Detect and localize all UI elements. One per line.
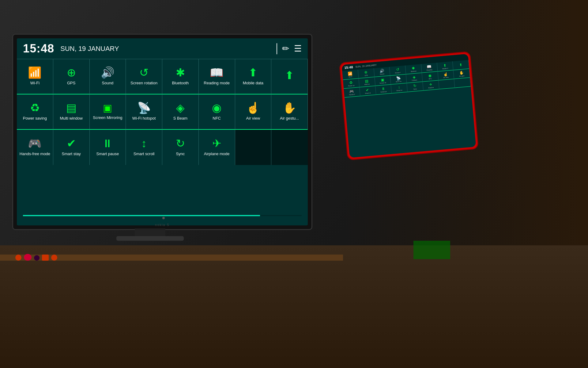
quick-settings-grid: 📶Wi-Fi⊕GPS🔊Sound↺Screen rotation✱Bluetoo… bbox=[17, 59, 308, 165]
qs-cell-sync[interactable]: ↻Sync bbox=[162, 130, 199, 165]
qs-cell-smart-scroll[interactable]: ↕Smart scroll bbox=[126, 130, 162, 165]
tv-date: SUN, 19 JANUARY bbox=[60, 45, 119, 53]
qs-cell-extra1[interactable]: ⬆ bbox=[271, 59, 308, 94]
wifi-hotspot-icon: 📡 bbox=[137, 102, 151, 113]
smart-scroll-label: Smart scroll bbox=[134, 151, 155, 157]
power-saving-label: Power saving bbox=[23, 116, 47, 121]
qs-cell-power-saving[interactable]: ♻Power saving bbox=[17, 94, 53, 130]
qs-cell-air-gesture[interactable]: ✋Air gestu... bbox=[271, 94, 308, 130]
wifi-label: Wi-Fi bbox=[30, 81, 40, 86]
wifi-hotspot-label: Wi-Fi hotspot bbox=[132, 116, 156, 121]
s-beam-icon: ◈ bbox=[176, 102, 185, 113]
power-saving-icon: ♻ bbox=[30, 102, 40, 113]
qs-cell-screen-rotation[interactable]: ↺Screen rotation bbox=[126, 59, 162, 94]
tv-time: 15:48 bbox=[23, 42, 54, 55]
sync-label: Sync bbox=[176, 151, 185, 157]
bluetooth-icon: ✱ bbox=[176, 67, 185, 78]
tv-monitor: 15:48 SUN, 19 JANUARY ✏ ☰ 📶Wi-Fi⊕GPS🔊Sou… bbox=[12, 34, 312, 230]
wifi-icon: 📶 bbox=[28, 67, 42, 78]
nfc-icon: ◉ bbox=[212, 102, 221, 113]
qs-cell-bluetooth[interactable]: ✱Bluetooth bbox=[162, 59, 199, 94]
qs-cell-s-beam[interactable]: ◈S Beam bbox=[162, 94, 199, 130]
qs-cell-empty2 bbox=[271, 130, 308, 165]
tv-header-right: ✏ ☰ bbox=[277, 43, 302, 54]
qs-cell-hands-free[interactable]: 🎮Hands-free mode bbox=[17, 130, 53, 165]
toy-5 bbox=[51, 255, 57, 261]
phone-cell-hands-free: 🎮Hands-fr bbox=[344, 87, 360, 98]
header-divider bbox=[277, 43, 277, 54]
toy-3 bbox=[34, 255, 40, 261]
bluetooth-label: Bluetooth bbox=[172, 81, 189, 86]
qs-cell-gps[interactable]: ⊕GPS bbox=[53, 59, 90, 94]
extra1-icon: ⬆ bbox=[285, 70, 294, 81]
phone-time: 15:48 bbox=[344, 65, 353, 69]
toy-2 bbox=[24, 254, 32, 261]
reading-mode-label: Reading mode bbox=[204, 81, 230, 86]
hands-free-icon: 🎮 bbox=[28, 138, 42, 149]
qs-cell-smart-stay[interactable]: ✔Smart stay bbox=[53, 130, 90, 165]
pencil-icon[interactable]: ✏ bbox=[282, 44, 289, 54]
qs-cell-screen-mirroring[interactable]: ▣Screen Mirroring bbox=[90, 94, 126, 130]
phone-cell-smart-stay: ✔Smart st bbox=[360, 86, 376, 96]
nfc-label: NFC bbox=[213, 116, 221, 121]
toy-4 bbox=[42, 255, 49, 261]
multi-window-label: Multi window bbox=[60, 116, 82, 121]
phone-cell-multi-window: ▤Multi wi bbox=[359, 77, 375, 87]
airplane-label: Airplane mode bbox=[204, 151, 230, 157]
phone-cell-gps: ⊕GPS bbox=[358, 68, 375, 79]
tv-screen: 15:48 SUN, 19 JANUARY ✏ ☰ 📶Wi-Fi⊕GPS🔊Sou… bbox=[17, 38, 308, 225]
smart-scroll-icon: ↕ bbox=[141, 138, 147, 149]
tv-dot bbox=[162, 217, 165, 219]
air-gesture-label: Air gestu... bbox=[280, 116, 299, 121]
hands-free-label: Hands-free mode bbox=[20, 151, 50, 157]
screen-mirroring-icon: ▣ bbox=[103, 103, 112, 113]
airplane-icon: ✈ bbox=[212, 138, 221, 149]
smart-stay-label: Smart stay bbox=[62, 151, 81, 157]
tv-brand: nokia S bbox=[155, 223, 169, 227]
green-box bbox=[413, 241, 450, 259]
qs-cell-sound[interactable]: 🔊Sound bbox=[90, 59, 126, 94]
shelf bbox=[0, 245, 588, 368]
smart-pause-icon: ⏸ bbox=[102, 138, 113, 149]
sound-icon: 🔊 bbox=[101, 67, 115, 78]
tv-base bbox=[116, 236, 184, 241]
screen-mirroring-label: Screen Mirroring bbox=[93, 115, 122, 121]
air-view-label: Air view bbox=[246, 116, 260, 121]
shelf-decorations bbox=[15, 254, 57, 261]
gps-icon: ⊕ bbox=[67, 67, 76, 78]
multi-window-icon: ▤ bbox=[66, 102, 77, 113]
smart-pause-label: Smart pause bbox=[96, 151, 119, 157]
qs-cell-airplane[interactable]: ✈Airplane mode bbox=[199, 130, 235, 165]
screen-rotation-label: Screen rotation bbox=[130, 81, 157, 86]
tv-progress-fill bbox=[23, 215, 260, 216]
s-beam-label: S Beam bbox=[173, 116, 187, 121]
gps-label: GPS bbox=[67, 81, 75, 86]
qs-cell-air-view[interactable]: ☝Air view bbox=[235, 94, 272, 130]
mobile-data-label: Mobile data bbox=[243, 81, 263, 86]
screen-rotation-icon: ↺ bbox=[139, 67, 149, 78]
smart-stay-icon: ✔ bbox=[67, 138, 76, 149]
qs-cell-smart-pause[interactable]: ⏸Smart pause bbox=[90, 130, 126, 165]
air-view-icon: ☝ bbox=[246, 102, 260, 113]
qs-cell-wifi-hotspot[interactable]: 📡Wi-Fi hotspot bbox=[126, 94, 162, 130]
tv-header-left: 15:48 SUN, 19 JANUARY bbox=[23, 42, 119, 55]
qs-cell-multi-window[interactable]: ▤Multi window bbox=[53, 94, 90, 130]
sound-label: Sound bbox=[102, 81, 114, 86]
qs-cell-mobile-data[interactable]: ⬆Mobile data bbox=[235, 59, 272, 94]
menu-icon[interactable]: ☰ bbox=[294, 44, 302, 54]
phone-cell-power-saving: ♻Power sa bbox=[343, 79, 360, 89]
mobile-data-icon: ⬆ bbox=[248, 67, 258, 78]
sync-icon: ↻ bbox=[176, 138, 185, 149]
qs-cell-empty1 bbox=[235, 130, 272, 165]
reading-mode-icon: 📖 bbox=[210, 67, 224, 78]
air-gesture-icon: ✋ bbox=[283, 102, 296, 113]
qs-cell-nfc[interactable]: ◉NFC bbox=[199, 94, 235, 130]
tv-header: 15:48 SUN, 19 JANUARY ✏ ☰ bbox=[17, 38, 308, 59]
toy-1 bbox=[15, 255, 21, 261]
qs-cell-reading-mode[interactable]: 📖Reading mode bbox=[199, 59, 235, 94]
phone-cell-wifi: 📶Wi-Fi bbox=[342, 70, 359, 80]
tv-progress-bar bbox=[23, 215, 302, 216]
qs-cell-wifi[interactable]: 📶Wi-Fi bbox=[17, 59, 53, 94]
